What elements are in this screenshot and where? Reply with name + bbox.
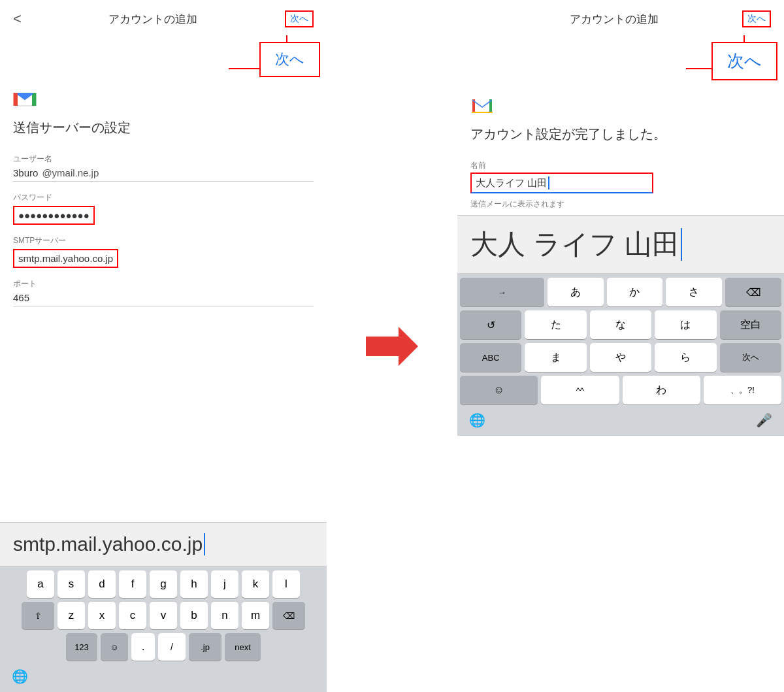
key-dot[interactable]: .	[131, 633, 155, 661]
jp-keyboard-row-2: ↺ た な は 空白	[460, 310, 781, 339]
arrow-container	[327, 0, 457, 692]
username-domain: @ymail.ne.jp	[42, 167, 99, 178]
key-delete[interactable]: ⌫	[272, 602, 305, 629]
key-h[interactable]: h	[180, 570, 208, 598]
key-b[interactable]: b	[180, 602, 208, 629]
svg-rect-2	[32, 93, 35, 106]
jp-key-ta[interactable]: た	[525, 310, 586, 339]
smtp-label: SMTPサーバー	[13, 235, 314, 246]
right-next-button[interactable]: 次へ	[742, 10, 771, 27]
jp-globe-icon[interactable]: 🌐	[469, 412, 485, 428]
port-label: ポート	[13, 278, 314, 289]
key-l[interactable]: l	[272, 570, 300, 598]
key-g[interactable]: g	[150, 570, 177, 598]
jp-mic-icon[interactable]: 🎤	[756, 412, 772, 428]
globe-icon[interactable]: 🌐	[12, 668, 28, 684]
smtp-group: SMTPサーバー smtp.mail.yahoo.co.jp	[13, 235, 314, 268]
key-x[interactable]: x	[88, 602, 116, 629]
jp-key-emoji[interactable]: ☺	[460, 376, 538, 404]
jp-key-a[interactable]: あ	[547, 278, 604, 306]
jp-key-arrow[interactable]: →	[460, 278, 544, 306]
jp-key-delete[interactable]: ⌫	[725, 278, 781, 306]
smtp-field-highlighted[interactable]: smtp.mail.yahoo.co.jp	[13, 249, 118, 268]
name-value: 大人ライフ 山田	[476, 177, 547, 189]
key-v[interactable]: v	[150, 602, 177, 629]
right-arrow-icon	[366, 327, 418, 366]
key-shift[interactable]: ⇧	[22, 602, 54, 629]
svg-marker-3	[366, 327, 418, 366]
jp-keyboard-row-1: → あ か さ ⌫	[460, 278, 781, 306]
username-value: 3buro	[13, 167, 38, 178]
username-row: 3buro @ymail.ne.jp	[13, 167, 314, 182]
right-header: アカウントの追加 次へ	[457, 0, 784, 35]
jp-key-abc[interactable]: ABC	[460, 343, 521, 372]
jp-key-ha[interactable]: は	[655, 310, 716, 339]
key-z[interactable]: z	[57, 602, 85, 629]
left-large-text-value: smtp.mail.yahoo.co.jp	[13, 533, 203, 555]
jp-key-ka[interactable]: か	[607, 278, 663, 306]
key-123[interactable]: 123	[66, 633, 97, 661]
left-panel: < アカウントの追加 次へ 次へ	[0, 0, 327, 692]
jp-key-wa[interactable]: わ	[623, 376, 700, 404]
jp-key-caret[interactable]: ^^	[541, 376, 619, 404]
left-gmail-section: 送信サーバーの設定	[0, 81, 327, 154]
password-group: パスワード ●●●●●●●●●●●●	[13, 192, 314, 225]
jp-key-ra[interactable]: ら	[655, 343, 716, 372]
sub-label: 送信メールに表示されます	[470, 199, 771, 210]
key-a[interactable]: a	[27, 570, 54, 598]
key-k[interactable]: k	[242, 570, 269, 598]
left-title: アカウントの追加	[108, 12, 197, 27]
text-cursor	[204, 533, 205, 555]
jp-key-undo[interactable]: ↺	[460, 310, 521, 339]
keyboard-row-3: 123 ☺ . / .jp next	[3, 633, 324, 661]
jp-key-ma[interactable]: ま	[525, 343, 586, 372]
jp-keyboard-bottom: 🌐 🎤	[460, 408, 781, 432]
left-header: < アカウントの追加 次へ	[0, 0, 327, 35]
password-field-highlighted[interactable]: ●●●●●●●●●●●●	[13, 206, 95, 225]
left-page-title: 送信サーバーの設定	[13, 119, 314, 137]
port-value: 465	[13, 292, 314, 306]
left-large-text: smtp.mail.yahoo.co.jp	[0, 522, 327, 567]
right-title: アカウントの追加	[570, 12, 659, 27]
name-input-highlighted[interactable]: 大人ライフ 山田	[470, 173, 653, 193]
key-f[interactable]: f	[119, 570, 146, 598]
username-group: ユーザー名 3buro @ymail.ne.jp	[13, 154, 314, 182]
left-next-button[interactable]: 次へ	[285, 10, 314, 27]
key-d[interactable]: d	[88, 570, 116, 598]
right-page-title: アカウント設定が完了しました。	[470, 125, 771, 143]
right-gmail-logo	[470, 94, 494, 118]
back-button[interactable]: <	[13, 10, 22, 27]
username-label: ユーザー名	[13, 154, 314, 165]
password-label: パスワード	[13, 192, 314, 203]
right-next-callout-box[interactable]: 次へ	[711, 42, 777, 80]
name-field-container: 名前 大人ライフ 山田	[470, 160, 771, 193]
key-j[interactable]: j	[211, 570, 238, 598]
name-label: 名前	[470, 160, 771, 171]
jp-key-ya[interactable]: や	[590, 343, 651, 372]
next-callout-area: 次へ	[0, 35, 327, 81]
jp-key-sa[interactable]: さ	[666, 278, 722, 306]
port-group: ポート 465	[13, 278, 314, 306]
key-s[interactable]: s	[57, 570, 85, 598]
key-n[interactable]: n	[211, 602, 238, 629]
left-form: ユーザー名 3buro @ymail.ne.jp パスワード ●●●●●●●●●…	[0, 154, 327, 522]
name-cursor	[548, 176, 549, 189]
jp-key-punct[interactable]: 、。?!	[704, 376, 781, 404]
gmail-logo	[13, 88, 37, 111]
jp-cursor	[681, 228, 682, 261]
key-c[interactable]: c	[119, 602, 146, 629]
jp-key-na[interactable]: な	[590, 310, 651, 339]
key-slash[interactable]: /	[158, 633, 186, 661]
jp-key-space[interactable]: 空白	[720, 310, 781, 339]
key-m[interactable]: m	[242, 602, 269, 629]
key-jp[interactable]: .jp	[189, 633, 221, 661]
right-next-callout-area: 次へ	[457, 35, 784, 88]
jp-keyboard: → あ か さ ⌫ ↺ た な は 空白 ABC ま や ら 次へ ☺ ^^ わ…	[457, 274, 784, 436]
key-emoji[interactable]: ☺	[101, 633, 128, 661]
next-callout-box[interactable]: 次へ	[259, 42, 320, 77]
left-keyboard: a s d f g h j k l ⇧ z x c v b n m ⌫ 123 …	[0, 567, 327, 692]
key-next[interactable]: next	[225, 633, 261, 661]
right-large-text-value: 大人 ライフ 山田	[470, 226, 679, 263]
right-large-text: 大人 ライフ 山田	[457, 215, 784, 274]
jp-key-next[interactable]: 次へ	[720, 343, 781, 372]
